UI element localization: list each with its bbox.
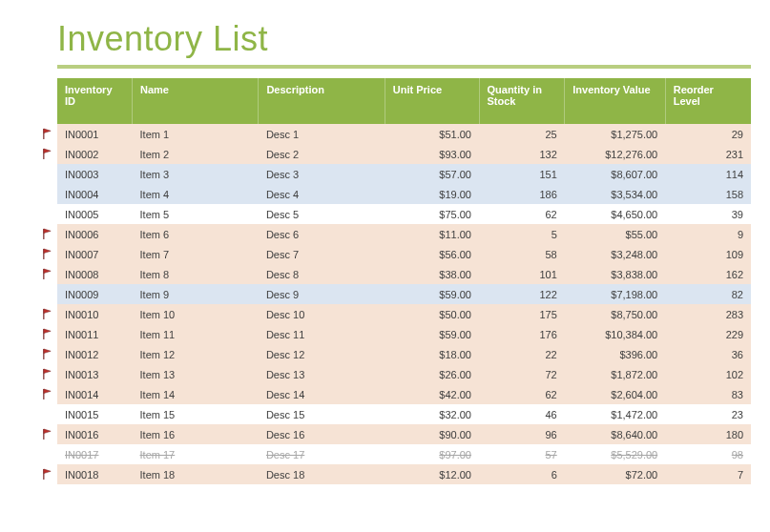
table-row[interactable]: IN0011Item 11Desc 11$59.00176$10,384.002… xyxy=(57,324,751,344)
table-row[interactable]: IN0009Item 9Desc 9$59.00122$7,198.0082 xyxy=(57,284,751,304)
cell-qty[interactable]: 62 xyxy=(479,204,565,224)
cell-value[interactable]: $4,650.00 xyxy=(565,204,665,224)
cell-value[interactable]: $2,604.00 xyxy=(565,384,665,404)
table-row[interactable]: IN0013Item 13Desc 13$26.0072$1,872.00102 xyxy=(57,364,751,384)
cell-reorder[interactable]: 23 xyxy=(665,404,751,424)
col-header-qty[interactable]: Quantity in Stock xyxy=(479,78,565,124)
cell-value[interactable]: $3,248.00 xyxy=(565,244,665,264)
cell-value[interactable]: $3,534.00 xyxy=(565,184,665,204)
cell-price[interactable]: $26.00 xyxy=(385,364,479,384)
cell-value[interactable]: $1,275.00 xyxy=(565,124,665,144)
cell-name[interactable]: Item 6 xyxy=(133,224,259,244)
cell-reorder[interactable]: 283 xyxy=(665,304,751,324)
cell-name[interactable]: Item 14 xyxy=(133,384,259,404)
cell-value[interactable]: $5,529.00 xyxy=(565,444,665,464)
cell-desc[interactable]: Desc 7 xyxy=(259,244,385,264)
cell-price[interactable]: $32.00 xyxy=(385,404,479,424)
cell-qty[interactable]: 101 xyxy=(479,264,565,284)
col-header-id[interactable]: Inventory ID xyxy=(57,78,133,124)
cell-desc[interactable]: Desc 12 xyxy=(259,344,385,364)
cell-id[interactable]: IN0002 xyxy=(57,144,133,164)
col-header-name[interactable]: Name xyxy=(133,78,259,124)
cell-price[interactable]: $19.00 xyxy=(385,184,479,204)
cell-name[interactable]: Item 16 xyxy=(133,424,259,444)
cell-price[interactable]: $38.00 xyxy=(385,264,479,284)
cell-qty[interactable]: 122 xyxy=(479,284,565,304)
cell-reorder[interactable]: 109 xyxy=(665,244,751,264)
cell-qty[interactable]: 175 xyxy=(479,304,565,324)
cell-id[interactable]: IN0015 xyxy=(57,404,133,424)
cell-name[interactable]: Item 12 xyxy=(133,344,259,364)
cell-name[interactable]: Item 8 xyxy=(133,264,259,284)
table-row[interactable]: IN0015Item 15Desc 15$32.0046$1,472.0023 xyxy=(57,404,751,424)
cell-value[interactable]: $8,750.00 xyxy=(565,304,665,324)
cell-name[interactable]: Item 1 xyxy=(133,124,259,144)
cell-reorder[interactable]: 114 xyxy=(665,164,751,184)
cell-desc[interactable]: Desc 10 xyxy=(259,304,385,324)
table-row[interactable]: IN0004Item 4Desc 4$19.00186$3,534.00158 xyxy=(57,184,751,204)
cell-price[interactable]: $93.00 xyxy=(385,144,479,164)
cell-value[interactable]: $396.00 xyxy=(565,344,665,364)
cell-reorder[interactable]: 102 xyxy=(665,364,751,384)
cell-reorder[interactable]: 162 xyxy=(665,264,751,284)
cell-price[interactable]: $59.00 xyxy=(385,324,479,344)
cell-qty[interactable]: 25 xyxy=(479,124,565,144)
cell-name[interactable]: Item 10 xyxy=(133,304,259,324)
cell-qty[interactable]: 58 xyxy=(479,244,565,264)
cell-desc[interactable]: Desc 14 xyxy=(259,384,385,404)
cell-price[interactable]: $18.00 xyxy=(385,344,479,364)
cell-desc[interactable]: Desc 3 xyxy=(259,164,385,184)
table-row[interactable]: IN0018Item 18Desc 18$12.006$72.007 xyxy=(57,464,751,484)
cell-id[interactable]: IN0016 xyxy=(57,424,133,444)
table-row[interactable]: IN0012Item 12Desc 12$18.0022$396.0036 xyxy=(57,344,751,364)
cell-desc[interactable]: Desc 1 xyxy=(259,124,385,144)
table-row[interactable]: IN0014Item 14Desc 14$42.0062$2,604.0083 xyxy=(57,384,751,404)
cell-reorder[interactable]: 39 xyxy=(665,204,751,224)
cell-name[interactable]: Item 7 xyxy=(133,244,259,264)
cell-id[interactable]: IN0007 xyxy=(57,244,133,264)
cell-id[interactable]: IN0008 xyxy=(57,264,133,284)
cell-name[interactable]: Item 4 xyxy=(133,184,259,204)
cell-desc[interactable]: Desc 13 xyxy=(259,364,385,384)
cell-qty[interactable]: 46 xyxy=(479,404,565,424)
cell-qty[interactable]: 151 xyxy=(479,164,565,184)
table-row[interactable]: IN0016Item 16Desc 16$90.0096$8,640.00180 xyxy=(57,424,751,444)
col-header-price[interactable]: Unit Price xyxy=(385,78,479,124)
cell-id[interactable]: IN0014 xyxy=(57,384,133,404)
cell-value[interactable]: $8,607.00 xyxy=(565,164,665,184)
cell-name[interactable]: Item 11 xyxy=(133,324,259,344)
table-row[interactable]: IN0017Item 17Desc 17$97.0057$5,529.0098 xyxy=(57,444,751,464)
cell-qty[interactable]: 5 xyxy=(479,224,565,244)
cell-id[interactable]: IN0018 xyxy=(57,464,133,484)
cell-value[interactable]: $3,838.00 xyxy=(565,264,665,284)
cell-reorder[interactable]: 36 xyxy=(665,344,751,364)
table-row[interactable]: IN0006Item 6Desc 6$11.005$55.009 xyxy=(57,224,751,244)
cell-desc[interactable]: Desc 11 xyxy=(259,324,385,344)
cell-name[interactable]: Item 2 xyxy=(133,144,259,164)
cell-id[interactable]: IN0012 xyxy=(57,344,133,364)
cell-qty[interactable]: 176 xyxy=(479,324,565,344)
col-header-value[interactable]: Inventory Value xyxy=(565,78,665,124)
table-row[interactable]: IN0001Item 1Desc 1$51.0025$1,275.0029 xyxy=(57,124,751,144)
cell-price[interactable]: $12.00 xyxy=(385,464,479,484)
cell-name[interactable]: Item 9 xyxy=(133,284,259,304)
table-row[interactable]: IN0002Item 2Desc 2$93.00132$12,276.00231 xyxy=(57,144,751,164)
cell-name[interactable]: Item 13 xyxy=(133,364,259,384)
cell-id[interactable]: IN0011 xyxy=(57,324,133,344)
table-row[interactable]: IN0005Item 5Desc 5$75.0062$4,650.0039 xyxy=(57,204,751,224)
cell-desc[interactable]: Desc 4 xyxy=(259,184,385,204)
cell-desc[interactable]: Desc 15 xyxy=(259,404,385,424)
cell-qty[interactable]: 132 xyxy=(479,144,565,164)
cell-id[interactable]: IN0013 xyxy=(57,364,133,384)
cell-id[interactable]: IN0009 xyxy=(57,284,133,304)
cell-reorder[interactable]: 98 xyxy=(665,444,751,464)
cell-reorder[interactable]: 158 xyxy=(665,184,751,204)
table-row[interactable]: IN0008Item 8Desc 8$38.00101$3,838.00162 xyxy=(57,264,751,284)
cell-id[interactable]: IN0006 xyxy=(57,224,133,244)
cell-qty[interactable]: 6 xyxy=(479,464,565,484)
cell-desc[interactable]: Desc 18 xyxy=(259,464,385,484)
cell-value[interactable]: $8,640.00 xyxy=(565,424,665,444)
cell-desc[interactable]: Desc 5 xyxy=(259,204,385,224)
cell-reorder[interactable]: 83 xyxy=(665,384,751,404)
cell-price[interactable]: $50.00 xyxy=(385,304,479,324)
